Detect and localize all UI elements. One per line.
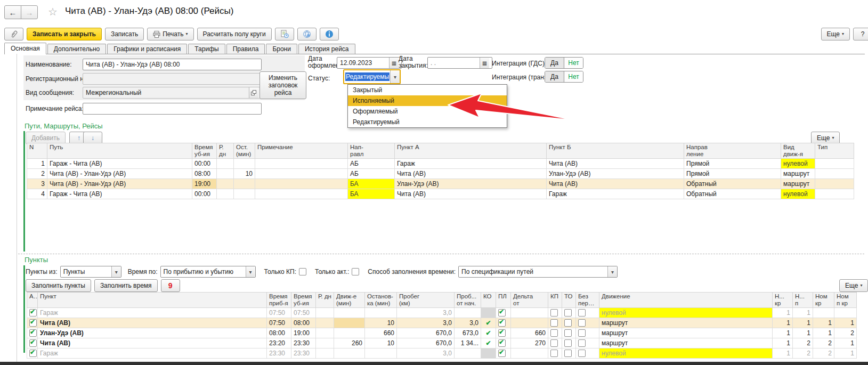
favorite-star-icon[interactable]: ☆ bbox=[48, 5, 58, 18]
bez-checkbox[interactable] bbox=[578, 319, 586, 327]
route-row[interactable]: 2 Чита (АВ) - Улан-Удэ (АВ) 08:00 10 АБ … bbox=[27, 169, 854, 179]
col-n-p[interactable]: Н... п bbox=[793, 293, 813, 308]
kp-checkbox[interactable] bbox=[550, 309, 558, 317]
point-row[interactable]: ✔ Гараж 23:30 23:30 3,0 ✔ нулевой 1 2 2 … bbox=[27, 348, 857, 359]
info-button[interactable] bbox=[320, 28, 339, 40]
col-note[interactable]: Примечание bbox=[255, 143, 348, 159]
reg-number-field[interactable] bbox=[83, 73, 262, 85]
tab-rules[interactable]: Правила bbox=[226, 44, 265, 54]
bez-checkbox[interactable] bbox=[578, 329, 586, 337]
caret-down-icon[interactable]: ▾ bbox=[390, 70, 400, 83]
fill-points-button[interactable]: Заполнить пункты bbox=[26, 279, 91, 292]
globe-button[interactable] bbox=[297, 28, 317, 40]
kp-checkbox[interactable] bbox=[550, 329, 558, 337]
col-run-km[interactable]: Пробег (км) bbox=[397, 293, 455, 308]
only-kp-checkbox[interactable] bbox=[299, 268, 306, 275]
kp-checkbox[interactable] bbox=[550, 319, 558, 327]
to-checkbox[interactable] bbox=[564, 339, 572, 347]
col-nom-pkr[interactable]: Ном п кр bbox=[834, 293, 857, 308]
tab-tariffs[interactable]: Тарифы bbox=[188, 44, 225, 54]
tab-bookings[interactable]: Брони bbox=[266, 44, 297, 54]
col-rdn[interactable]: Р. дн bbox=[316, 293, 334, 308]
col-stop-min[interactable]: Останов- ка (мин) bbox=[365, 293, 397, 308]
col-delta[interactable]: Дельта от bbox=[511, 293, 548, 308]
col-active[interactable]: Ак bbox=[27, 293, 38, 308]
status-combo[interactable]: Редактируемы ▾ bbox=[343, 69, 401, 84]
tab-main[interactable]: Основная bbox=[4, 43, 46, 54]
active-checkbox[interactable]: ✔ bbox=[29, 339, 37, 347]
status-option-drafting[interactable]: Оформляемый bbox=[348, 106, 507, 117]
fill-method-combo[interactable]: По спецификации путей ▾ bbox=[458, 266, 618, 278]
change-title-button[interactable]: Изменить заголовок рейса bbox=[259, 71, 306, 99]
attach-button[interactable] bbox=[4, 28, 23, 40]
kp-checkbox[interactable] bbox=[550, 350, 558, 357]
col-dep-time[interactable]: Время уб-ия bbox=[192, 143, 217, 159]
name-field[interactable]: Чита (АВ) - Улан-Удэ (АВ) 08:00 bbox=[83, 59, 262, 70]
active-checkbox[interactable]: ✔ bbox=[29, 329, 37, 337]
col-rdn[interactable]: Р. дн bbox=[217, 143, 234, 159]
tab-schedules[interactable]: Графики и расписания bbox=[107, 44, 187, 54]
pl-checkbox[interactable]: ✔ bbox=[498, 339, 506, 347]
pl-checkbox[interactable]: ✔ bbox=[498, 350, 506, 357]
col-dep-time[interactable]: Время уб-ия bbox=[291, 293, 316, 308]
col-kp[interactable]: КП bbox=[548, 293, 562, 308]
points-more-button[interactable]: Еще ▾ bbox=[839, 279, 868, 292]
print-button[interactable]: Печать ▾ bbox=[147, 28, 193, 40]
col-direction[interactable]: Направ ление bbox=[684, 143, 781, 159]
point-row[interactable]: ✔ Чита (АВ) 23:20 23:30 260 10 670,0 1 3… bbox=[27, 338, 857, 348]
forward-button[interactable]: → bbox=[21, 5, 38, 19]
back-button[interactable]: ← bbox=[4, 5, 21, 19]
transit-no-button[interactable]: Нет bbox=[564, 71, 583, 82]
time-by-combo[interactable]: По прибытию и убытию ▾ bbox=[160, 266, 256, 278]
col-stop[interactable]: Ост. (мин) bbox=[234, 143, 255, 159]
status-option-editing[interactable]: Редактируемый bbox=[348, 117, 507, 127]
window-more-button[interactable]: Еще ▾ bbox=[821, 28, 850, 40]
calc-semicircles-button[interactable]: Расчитать полу круги bbox=[197, 28, 272, 40]
point-row-selected[interactable]: ✔ Чита (АВ) 07:50 08:00 10 3,0 3,0 ✔ ✔ м… bbox=[27, 318, 857, 328]
route-row[interactable]: 1 Гараж - Чита (АВ) 00:00 АБ Гараж Чита … bbox=[27, 159, 854, 169]
col-kind[interactable]: Вид движ-я bbox=[781, 143, 815, 159]
col-type[interactable]: Тип bbox=[815, 143, 854, 159]
to-checkbox[interactable] bbox=[564, 350, 572, 357]
col-nom-kr[interactable]: Ном кр bbox=[813, 293, 834, 308]
col-pl[interactable]: ПЛ bbox=[496, 293, 511, 308]
active-checkbox[interactable]: ✔ bbox=[29, 309, 37, 317]
bez-checkbox[interactable] bbox=[578, 339, 586, 347]
to-checkbox[interactable] bbox=[564, 309, 572, 317]
tab-history[interactable]: История рейса bbox=[298, 44, 355, 54]
col-bez[interactable]: Без перед. bbox=[576, 293, 599, 308]
col-n-kr[interactable]: Н... кр bbox=[773, 293, 793, 308]
geo-marker-button[interactable]: 9 bbox=[161, 279, 180, 292]
col-ko[interactable]: КО bbox=[481, 293, 496, 308]
open-form-button[interactable] bbox=[249, 87, 258, 98]
pl-checkbox[interactable]: ✔ bbox=[498, 319, 506, 327]
active-checkbox[interactable]: ✔ bbox=[29, 319, 37, 327]
save-close-button[interactable]: Записать и закрыть bbox=[27, 28, 102, 40]
bez-checkbox[interactable] bbox=[578, 350, 586, 357]
caret-down-icon[interactable]: ▾ bbox=[111, 266, 121, 277]
point-row[interactable]: ✔ Улан-Удэ (АВ) 08:00 19:00 660 670,0 67… bbox=[27, 328, 857, 338]
points-from-combo[interactable]: Пункты ▾ bbox=[60, 266, 121, 278]
col-n[interactable]: N bbox=[27, 143, 47, 159]
report-button[interactable] bbox=[275, 28, 294, 40]
route-row[interactable]: 4 Гараж - Чита (АВ) 00:00 БА Чита (АВ) Г… bbox=[27, 189, 854, 199]
route-row-selected[interactable]: 3 Чита (АВ) - Улан-Удэ (АВ) 19:00 БА Ула… bbox=[27, 179, 854, 189]
pl-checkbox[interactable]: ✔ bbox=[498, 309, 506, 317]
date-open-field[interactable]: 12.09.2023 ▦ bbox=[337, 57, 402, 69]
col-dir[interactable]: Нап- равл bbox=[348, 143, 395, 159]
status-option-closed[interactable]: Закрытый bbox=[348, 85, 507, 95]
fill-time-button[interactable]: Заполнить время bbox=[94, 279, 158, 292]
col-to[interactable]: ТО bbox=[562, 293, 576, 308]
caret-down-icon[interactable]: ▾ bbox=[246, 266, 255, 277]
pl-checkbox[interactable]: ✔ bbox=[498, 329, 506, 337]
point-row[interactable]: ✔ Гараж 07:50 07:50 3,0 ✔ нулевой 1 1 bbox=[27, 308, 857, 318]
col-move-min[interactable]: Движ-е (мин) bbox=[334, 293, 365, 308]
note-field[interactable] bbox=[83, 103, 262, 115]
caret-down-icon[interactable]: ▾ bbox=[607, 266, 617, 277]
active-checkbox[interactable]: ✔ bbox=[29, 350, 37, 357]
col-arr-time[interactable]: Время приб-я bbox=[267, 293, 291, 308]
bez-checkbox[interactable] bbox=[578, 309, 586, 317]
only-act-checkbox[interactable] bbox=[352, 268, 359, 275]
save-button[interactable]: Записать bbox=[105, 28, 144, 40]
to-checkbox[interactable] bbox=[564, 329, 572, 337]
